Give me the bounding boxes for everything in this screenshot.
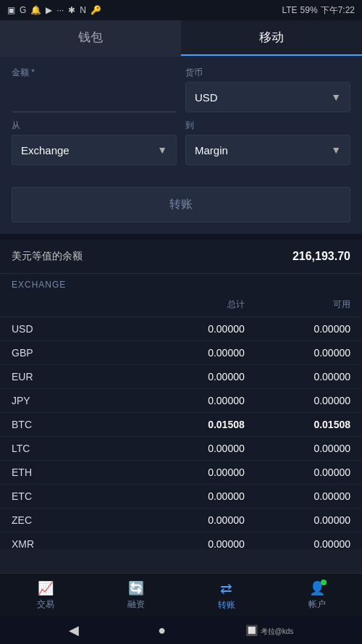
- to-field: 到 Margin ▼: [185, 120, 350, 165]
- row-name: ETH: [12, 467, 139, 478]
- amount-field: 金额 *: [12, 67, 177, 112]
- nav-icon-1: 🔄: [128, 580, 144, 596]
- app-icon-2: G: [20, 5, 26, 15]
- table-header: 总计 可用: [0, 293, 362, 317]
- app-icon-1: ▣: [7, 5, 15, 15]
- row-name: GBP: [12, 347, 139, 359]
- row-name: BTC: [12, 419, 139, 430]
- back-button[interactable]: ◀: [69, 622, 79, 638]
- table-row: USD 0.00000 0.00000: [0, 317, 362, 341]
- nav-icon-0: 📈: [38, 580, 54, 596]
- nav-label-0: 交易: [37, 598, 54, 611]
- balance-label: 美元等值的余额: [12, 250, 83, 263]
- nfc-icon: N: [80, 5, 86, 15]
- row-name: JPY: [12, 395, 139, 406]
- signal-label: LTE: [282, 5, 297, 15]
- status-right-info: LTE 59% 下午7:22: [282, 4, 355, 17]
- nav-icon-3: 👤: [309, 580, 325, 596]
- notification-icon: 🔔: [30, 5, 41, 15]
- transfer-button[interactable]: 转账: [12, 187, 350, 222]
- currency-value: USD: [195, 91, 218, 104]
- form-row-1: 金额 * 货币 USD ▼: [12, 67, 350, 112]
- to-arrow-icon: ▼: [331, 144, 341, 156]
- row-total: 0.00000: [139, 538, 245, 549]
- bottom-nav: 📈 交易 🔄 融资 ⇄ 转账 👤 帐户: [0, 573, 362, 616]
- recents-button[interactable]: 🔲 考拉@kds: [245, 624, 294, 637]
- row-total: 0.01508: [139, 419, 245, 430]
- row-total: 0.00000: [139, 490, 245, 502]
- tab-mobile-label: 移动: [259, 29, 284, 46]
- row-total: 0.00000: [139, 323, 245, 335]
- row-total: 0.00000: [139, 443, 245, 454]
- table-row: XMR 0.00000 0.00000: [0, 532, 362, 549]
- system-nav: ◀ ● 🔲 考拉@kds: [0, 616, 362, 644]
- nav-item-转账[interactable]: ⇄ 转账: [181, 574, 272, 616]
- row-name: USD: [12, 323, 139, 335]
- scrollable-table: USD 0.00000 0.00000 GBP 0.00000 0.00000 …: [0, 317, 362, 549]
- nav-label-2: 转账: [218, 599, 235, 611]
- row-name: LTC: [12, 443, 139, 454]
- row-available: 0.00000: [245, 467, 350, 478]
- from-dropdown[interactable]: Exchange ▼: [12, 135, 177, 165]
- from-arrow-icon: ▼: [157, 144, 167, 156]
- col-header-total: 总计: [139, 298, 245, 311]
- form-area: 金额 * 货币 USD ▼ 从 Exchange ▼ 到 Margin: [0, 57, 362, 180]
- row-available: 0.00000: [245, 538, 350, 549]
- table-row: EUR 0.00000 0.00000: [0, 365, 362, 389]
- to-value: Margin: [195, 144, 228, 156]
- nav-item-融资[interactable]: 🔄 融资: [90, 574, 181, 616]
- amount-label: 金额 *: [12, 67, 177, 79]
- currency-field: 货币 USD ▼: [185, 67, 350, 112]
- row-total: 0.00000: [139, 347, 245, 359]
- nav-label-1: 融资: [127, 598, 145, 611]
- play-icon: ▶: [46, 5, 52, 15]
- divider: [0, 234, 362, 240]
- nav-item-交易[interactable]: 📈 交易: [0, 574, 90, 616]
- tab-mobile[interactable]: 移动: [181, 20, 362, 56]
- time-label: 下午7:22: [321, 4, 355, 17]
- to-dropdown[interactable]: Margin ▼: [185, 135, 350, 165]
- nav-icon-2: ⇄: [220, 580, 232, 597]
- row-name: ZEC: [12, 514, 139, 526]
- row-available: 0.00000: [245, 514, 350, 526]
- nav-item-帐户[interactable]: 👤 帐户: [272, 574, 362, 616]
- table-row: BTC 0.01508 0.01508: [0, 413, 362, 437]
- row-available: 0.00000: [245, 323, 350, 335]
- home-button[interactable]: ●: [158, 623, 166, 638]
- tab-wallet-label: 钱包: [78, 29, 103, 46]
- form-row-2: 从 Exchange ▼ 到 Margin ▼: [12, 120, 350, 165]
- row-available: 0.00000: [245, 347, 350, 359]
- table-row: JPY 0.00000 0.00000: [0, 389, 362, 413]
- row-name: XMR: [12, 538, 139, 549]
- to-label: 到: [185, 120, 350, 132]
- exchange-section-label: EXCHANGE: [0, 274, 362, 293]
- bluetooth-icon: ✱: [68, 5, 75, 15]
- balance-value: 216,193.70: [292, 250, 350, 263]
- table-row: ETC 0.00000 0.00000: [0, 485, 362, 509]
- battery-label: 59%: [300, 5, 318, 15]
- table-row: LTC 0.00000 0.00000: [0, 437, 362, 461]
- tab-wallet[interactable]: 钱包: [0, 20, 181, 56]
- currency-label: 货币: [185, 67, 350, 79]
- row-available: 0.00000: [245, 490, 350, 502]
- row-available: 0.01508: [245, 419, 350, 430]
- row-total: 0.00000: [139, 371, 245, 382]
- table-row: GBP 0.00000 0.00000: [0, 341, 362, 365]
- balance-summary: 美元等值的余额 216,193.70: [0, 240, 362, 274]
- transfer-btn-area: 转账: [0, 180, 362, 234]
- top-tabs: 钱包 移动: [0, 20, 362, 57]
- col-header-name: [12, 298, 139, 311]
- from-field: 从 Exchange ▼: [12, 120, 177, 165]
- nav-label-3: 帐户: [308, 598, 326, 611]
- row-name: ETC: [12, 490, 139, 502]
- amount-input[interactable]: [12, 82, 177, 112]
- from-value: Exchange: [21, 144, 70, 156]
- exchange-section: EXCHANGE 总计 可用 USD 0.00000 0.00000 GBP 0…: [0, 274, 362, 549]
- status-bar: ▣ G 🔔 ▶ ··· ✱ N 🔑 LTE 59% 下午7:22: [0, 0, 362, 20]
- currency-arrow-icon: ▼: [331, 91, 341, 103]
- key-icon: 🔑: [90, 5, 101, 15]
- currency-dropdown[interactable]: USD ▼: [185, 82, 350, 112]
- row-available: 0.00000: [245, 371, 350, 382]
- status-left-icons: ▣ G 🔔 ▶ ··· ✱ N 🔑: [7, 5, 101, 15]
- row-available: 0.00000: [245, 395, 350, 406]
